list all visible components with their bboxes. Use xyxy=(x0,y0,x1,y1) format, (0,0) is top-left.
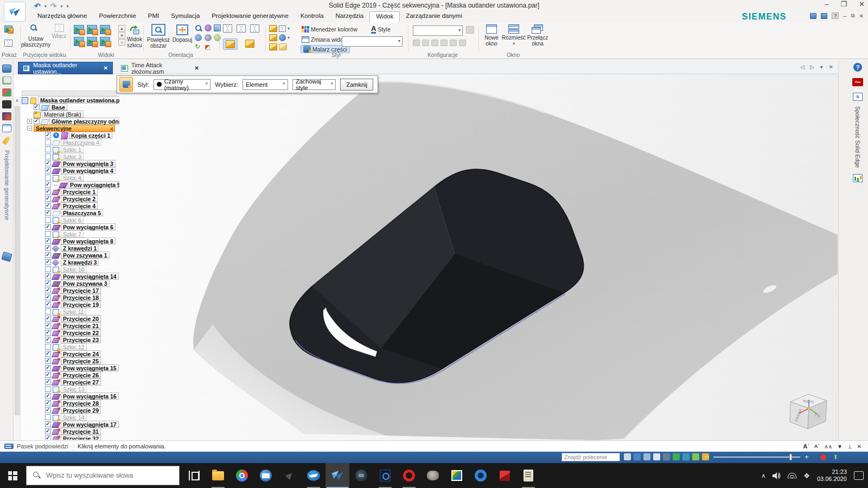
tree-item-checkbox[interactable] xyxy=(45,316,51,322)
tree-root-label[interactable]: Maska outlander ustawiona.par xyxy=(38,97,119,104)
tree-item[interactable]: Przycięcie 32 xyxy=(14,435,119,440)
tree-item-checkbox[interactable] xyxy=(45,252,51,258)
tree-item-checkbox[interactable] xyxy=(45,330,51,336)
start-button[interactable] xyxy=(0,463,25,488)
tree-item[interactable]: Płaszczyzna 4 xyxy=(14,139,119,146)
tree-item-label[interactable]: Przycięcie 2 xyxy=(61,195,98,202)
tree-item-label[interactable]: Przycięcie 32 xyxy=(61,435,101,440)
taskbar-opera-icon[interactable] xyxy=(397,463,421,488)
command-finder-input[interactable] xyxy=(561,453,620,461)
tree-item-label[interactable]: Pow wyciągnięta 14 xyxy=(61,273,119,280)
config-icon-2[interactable] xyxy=(422,40,429,46)
ribbon-tab-symulacja[interactable]: Symulacja xyxy=(165,11,206,22)
tree-item-checkbox[interactable] xyxy=(45,139,51,145)
dropbox-icon[interactable]: ❖ xyxy=(803,472,810,480)
community-vertical-label[interactable]: Społeczność Solid Edge xyxy=(854,106,861,168)
collapse-icon[interactable]: ∧∧ xyxy=(824,444,832,450)
tree-item[interactable]: Szkic 12 xyxy=(14,343,119,350)
tree-item-checkbox[interactable] xyxy=(45,393,51,399)
tree-item-label[interactable]: Pow zszywana 3 xyxy=(61,280,110,287)
spin-down-icon[interactable]: ▼ xyxy=(118,32,125,38)
tree-item[interactable]: Szkic 3 xyxy=(14,153,119,160)
generative-design-vertical-label[interactable]: Projektowanie generatywne xyxy=(3,150,10,220)
tray-chevron-icon[interactable]: ∧ xyxy=(761,472,765,479)
config-icon-1[interactable] xyxy=(413,40,420,46)
tree-item[interactable]: Pow wyciągnięta 16 xyxy=(14,393,119,400)
expand-icon[interactable]: + xyxy=(27,119,32,124)
tree-item[interactable]: Pow wyciągnięta 17 xyxy=(14,421,119,428)
capture-icon[interactable] xyxy=(2,76,11,85)
tree-item[interactable]: Pow zszywana 3 xyxy=(14,280,119,287)
body-style-icon[interactable] xyxy=(269,43,277,50)
tree-item-checkbox[interactable] xyxy=(45,386,51,392)
tree-item-checkbox[interactable] xyxy=(45,344,51,350)
tree-item-label[interactable]: Przycięcie 23 xyxy=(61,336,101,343)
tree-item-checkbox[interactable] xyxy=(45,379,51,385)
menedzer-kolorow-button[interactable]: Menedżer kolorów xyxy=(302,25,358,33)
tree-item-label[interactable]: Pow wyciągnięta 15 xyxy=(61,364,119,371)
tree-item[interactable]: Przycięcie 25 xyxy=(14,357,119,364)
tree-item-label[interactable]: Przycięcie 27 xyxy=(61,378,101,386)
ribbon-tab-widok[interactable]: Widok xyxy=(369,11,400,22)
tree-item-checkbox[interactable] xyxy=(45,175,51,181)
config-icon-4[interactable] xyxy=(441,40,448,46)
refresh-icon[interactable] xyxy=(673,453,680,460)
tree-item-label[interactable]: Z krawędzi 3 xyxy=(61,259,99,266)
tree-item-label[interactable]: Pow wyciągnięta 8 xyxy=(61,237,116,245)
wifi-icon[interactable] xyxy=(788,472,796,479)
tree-item[interactable]: Płaszczyzna 5 xyxy=(14,209,119,216)
tree-item[interactable]: Pow zszywana 1 xyxy=(14,252,119,259)
style-button[interactable]: A Style xyxy=(371,25,391,33)
tree-item-checkbox[interactable] xyxy=(45,238,51,244)
ribbon-minimize-icon[interactable]: – xyxy=(843,12,846,19)
minimize-button[interactable]: – xyxy=(825,0,828,8)
taskbar-inkscape-icon[interactable] xyxy=(278,463,302,488)
grid-icon[interactable] xyxy=(653,453,660,460)
upload-arrow-icon[interactable]: ⬆ xyxy=(833,453,838,461)
taskbar-dark-app-icon[interactable] xyxy=(349,463,373,488)
cascade-windows-icon[interactable] xyxy=(810,13,816,19)
close-button[interactable]: ✕ xyxy=(859,0,865,8)
zoom-in-icon[interactable] xyxy=(195,24,202,32)
tree-item[interactable]: Szkic 13 xyxy=(14,386,119,393)
font-down-icon[interactable]: A˙ xyxy=(814,444,820,449)
wlacz-button[interactable]: Włącz xyxy=(50,24,68,39)
tree-item[interactable]: −Sekwencyjne xyxy=(14,125,119,132)
tree-item-checkbox[interactable] xyxy=(45,196,51,202)
community-doc-icon[interactable]: S xyxy=(853,93,863,101)
tree-item-checkbox[interactable] xyxy=(45,224,51,230)
wireframe-hidden-icon[interactable] xyxy=(237,24,246,33)
tree-item-label[interactable]: Szkic 14 xyxy=(61,414,87,421)
part-painter-active-button[interactable] xyxy=(119,77,133,92)
globe-style-icon[interactable] xyxy=(279,34,286,41)
zoom-window-icon[interactable] xyxy=(634,453,641,460)
taskbar-gimp-icon[interactable] xyxy=(421,463,445,488)
taskbar-solid-edge-icon[interactable] xyxy=(326,463,349,488)
tree-drag-handle[interactable]: ········· xyxy=(22,91,117,96)
tree-item-label[interactable]: Pow wyciągnięta 16 xyxy=(61,393,119,400)
taskbar-doc-viewer-icon[interactable] xyxy=(373,463,397,488)
tree-item-label[interactable]: Z krawędzi 1 xyxy=(61,245,99,252)
chart-icon[interactable] xyxy=(853,174,863,182)
part-style-icon[interactable] xyxy=(269,34,277,41)
tree-item-checkbox[interactable] xyxy=(45,309,51,314)
tree-item-checkbox[interactable] xyxy=(45,266,51,272)
form-icon[interactable] xyxy=(2,124,11,132)
tree-item[interactable]: Przycięcie 28 xyxy=(14,400,119,407)
tree-item[interactable]: Pow wyciągnięta 6 xyxy=(14,223,119,230)
spin-more-icon[interactable]: ≡ xyxy=(118,39,125,46)
taskbar-openoffice-icon[interactable] xyxy=(302,463,326,488)
spin-up-icon[interactable]: ▲ xyxy=(118,25,125,31)
tree-item-label[interactable]: Pow wyciągnięta 4 xyxy=(61,167,116,174)
wireframe-all-icon[interactable] xyxy=(250,24,259,33)
configuration-combo[interactable] xyxy=(413,25,463,36)
shaded-edges-button[interactable] xyxy=(223,38,238,50)
tree-item[interactable]: Przycięcie 27 xyxy=(14,378,119,386)
tree-item[interactable]: Szkic 7 xyxy=(14,230,119,237)
tree-item-label[interactable]: Pow wyciągnięta 17 xyxy=(61,421,119,428)
tree-item[interactable]: Przycięcie 26 xyxy=(14,371,119,378)
tree-item-label[interactable]: Szkic 12 xyxy=(61,343,87,350)
tree-item[interactable]: Przycięcie 21 xyxy=(14,322,119,329)
tree-item-label[interactable]: Szkic 11 xyxy=(61,308,86,315)
tree-item-label[interactable]: Przycięcie 1 xyxy=(61,188,98,195)
